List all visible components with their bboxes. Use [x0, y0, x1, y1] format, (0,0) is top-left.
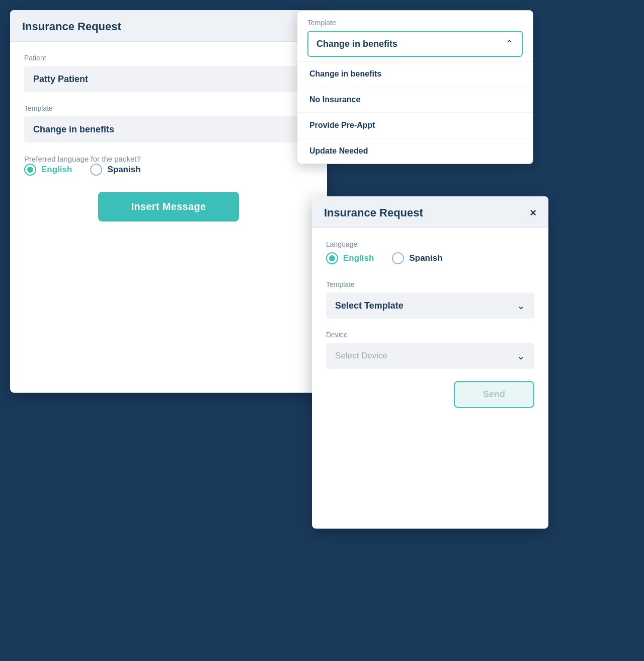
modal3-device-group: Device Select Device ⌄: [326, 331, 534, 369]
modal3-template-label: Template: [326, 280, 534, 288]
send-button[interactable]: Send: [454, 381, 534, 408]
template-dropdown-popup: Template Change in benefits ⌃ Change in …: [297, 10, 533, 164]
patient-field-group: Patient Patty Patient ⌄: [24, 54, 313, 92]
modal3-english-radio-option[interactable]: English: [326, 252, 374, 264]
template-selected-field[interactable]: Change in benefits ⌃: [307, 31, 523, 57]
template-option-change-benefits[interactable]: Change in benefits: [297, 61, 533, 87]
modal3-spanish-radio-circle: [392, 252, 404, 264]
language-field-group: Preferred language for the packet? Engli…: [24, 155, 313, 176]
template-option-update-needed[interactable]: Update Needed: [297, 138, 533, 164]
insurance-request-modal-1: Insurance Request × Patient Patty Patien…: [10, 10, 327, 393]
modal3-english-radio-inner: [329, 255, 335, 261]
english-radio-label: English: [41, 165, 72, 175]
english-radio-inner: [27, 167, 33, 173]
template-chevron-up-icon: ⌃: [505, 38, 514, 50]
insert-message-button[interactable]: Insert Message: [98, 192, 239, 222]
modal3-device-label: Device: [326, 331, 534, 339]
language-radio-group: English Spanish: [24, 164, 313, 176]
spanish-radio-option[interactable]: Spanish: [90, 164, 140, 176]
language-question: Preferred language for the packet?: [24, 155, 141, 163]
patient-dropdown[interactable]: Patty Patient ⌄: [24, 66, 313, 92]
modal3-template-dropdown[interactable]: Select Template ⌄: [326, 292, 534, 319]
modal-1-body: Patient Patty Patient ⌄ Template Change …: [10, 42, 327, 234]
modal3-language-group: Language English Spanish: [326, 240, 534, 264]
modal3-device-dropdown[interactable]: Select Device ⌄: [326, 343, 534, 369]
template-option-provide-pre-appt[interactable]: Provide Pre-Appt: [297, 113, 533, 138]
modal3-device-chevron-down-icon: ⌄: [517, 350, 525, 362]
template-dropdown[interactable]: Change in benefits ⌄: [24, 116, 313, 142]
patient-value: Patty Patient: [33, 74, 88, 85]
template-option-no-insurance[interactable]: No Insurance: [297, 87, 533, 113]
modal-1-header: Insurance Request ×: [10, 10, 327, 42]
modal3-template-placeholder: Select Template: [335, 301, 404, 311]
template-dropdown-list: Change in benefits No Insurance Provide …: [297, 61, 533, 164]
modal3-language-label: Language: [326, 240, 534, 248]
popup-template-label: Template: [307, 19, 523, 27]
modal3-language-radio-group: English Spanish: [326, 252, 534, 264]
modal3-template-chevron-down-icon: ⌄: [517, 300, 525, 312]
template-value: Change in benefits: [33, 124, 114, 135]
modal-3-title: Insurance Request: [324, 206, 423, 219]
template-popup-header: Template Change in benefits ⌃: [297, 11, 533, 61]
template-selected-value: Change in benefits: [316, 39, 397, 49]
modal3-english-radio-label: English: [343, 253, 374, 263]
template-label: Template: [24, 104, 313, 112]
modal3-device-placeholder: Select Device: [335, 351, 387, 361]
spanish-radio-label: Spanish: [107, 165, 140, 175]
english-radio-circle: [24, 164, 36, 176]
modal-3-body: Language English Spanish Template Select…: [312, 228, 548, 420]
insurance-request-modal-3: Insurance Request × Language English Spa…: [312, 196, 548, 529]
modal-3-header: Insurance Request ×: [312, 196, 548, 228]
patient-label: Patient: [24, 54, 313, 62]
modal3-spanish-radio-label: Spanish: [409, 253, 442, 263]
spanish-radio-circle: [90, 164, 102, 176]
modal3-template-group: Template Select Template ⌄: [326, 280, 534, 319]
modal3-english-radio-circle: [326, 252, 338, 264]
modal-3-close-button[interactable]: ×: [530, 207, 536, 218]
modal-1-title: Insurance Request: [22, 20, 121, 33]
english-radio-option[interactable]: English: [24, 164, 72, 176]
modal3-spanish-radio-option[interactable]: Spanish: [392, 252, 442, 264]
template-field-group: Template Change in benefits ⌄: [24, 104, 313, 142]
